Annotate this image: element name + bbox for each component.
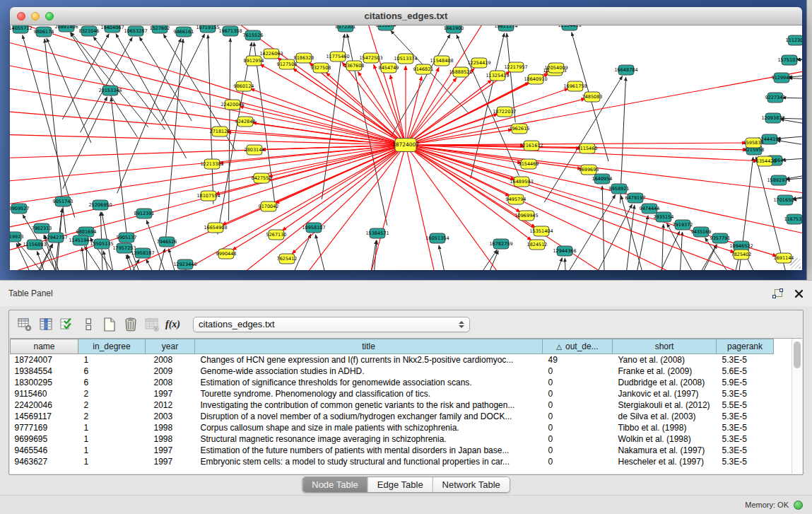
graph-node-teal[interactable]: 20153346 [98, 86, 122, 95]
cell-year[interactable]: 2009 [146, 366, 195, 377]
select-all-button[interactable] [57, 315, 76, 334]
cell-in_degree[interactable]: 2 [78, 388, 146, 399]
cell-title[interactable]: Embryonic stem cells: a model to study s… [195, 456, 543, 467]
graph-node-yellow[interactable]: 7825402 [731, 250, 752, 259]
table-row[interactable]: 2242004622012Investigating the contribut… [11, 399, 774, 411]
graph-node-teal[interactable]: 7946526 [157, 237, 177, 247]
cell-year[interactable]: 1998 [146, 422, 195, 433]
table-row[interactable]: 969969511998Structural magnetic resonanc… [11, 433, 774, 445]
resize-grip[interactable] [790, 258, 801, 269]
cell-short[interactable]: Nakamura et al. (1997) [613, 445, 717, 456]
graph-hub-node[interactable]: 18724007 [392, 139, 419, 152]
graph-node-teal[interactable]: 9357791 [710, 233, 731, 243]
cell-name[interactable]: 9465546 [11, 445, 78, 456]
graph-node-teal[interactable]: 16648784 [614, 65, 637, 75]
tab-node-table[interactable]: Node Table [302, 477, 367, 492]
table-row[interactable]: 977716911998Corpus callosum shape and si… [11, 422, 774, 433]
graph-node-teal[interactable]: 7902313 [32, 223, 52, 233]
table-settings-button[interactable] [15, 315, 34, 334]
cell-pagerank[interactable]: 5.3E-5 [717, 354, 774, 366]
column-header-short[interactable]: short [613, 339, 717, 354]
graph-node-yellow[interactable]: 10969945 [514, 211, 538, 221]
graph-node-teal[interactable]: 8572301 [336, 25, 356, 32]
graph-node-yellow[interactable]: 8454749 [379, 63, 399, 73]
network-canvas[interactable]: 1405571298061742089140683210461940406710… [10, 25, 802, 270]
column-header-out-degree[interactable]: △out_de... [543, 339, 613, 354]
cell-pagerank[interactable]: 5.3E-5 [717, 456, 774, 467]
graph-node-yellow[interactable]: 1595838 [743, 138, 764, 148]
cell-in_degree[interactable]: 2 [78, 411, 146, 422]
graph-node-yellow[interactable]: 2718126 [210, 127, 230, 136]
column-header-pagerank[interactable]: pagerank [717, 339, 774, 354]
graph-node-teal[interactable]: 1112304 [786, 35, 802, 45]
graph-node-teal[interactable]: 8321046 [79, 26, 100, 36]
function-builder-button[interactable]: f(x) [163, 315, 182, 334]
table-row[interactable]: 1830029562008Estimation of significance … [11, 377, 774, 388]
cell-in_degree[interactable]: 6 [78, 377, 146, 388]
cell-short[interactable]: Wolkin et al. (1998) [613, 433, 717, 445]
graph-node-teal[interactable]: 25206950 [88, 200, 112, 210]
graph-node-teal[interactable]: 6479197 [625, 193, 646, 203]
graph-node-yellow[interactable]: 15888520 [449, 67, 472, 77]
cell-name[interactable]: 22420046 [11, 399, 78, 411]
graph-node-yellow[interactable]: 12217957 [504, 62, 527, 72]
table-row[interactable]: 911546021997Tourette syndrome. Phenomeno… [11, 388, 774, 399]
cell-title[interactable]: Estimation of the future numbers of pati… [195, 445, 543, 456]
graph-node-teal[interactable]: 8912391 [134, 209, 155, 218]
graph-node-teal[interactable]: 1527602 [150, 25, 170, 33]
graph-node-teal[interactable]: 19611274 [494, 25, 517, 31]
cell-name[interactable]: 9777169 [11, 422, 78, 433]
cell-out_degree[interactable]: 0 [543, 399, 613, 411]
cell-pagerank[interactable]: 5.3E-5 [717, 422, 774, 433]
graph-node-yellow[interactable]: 9115460 [577, 144, 598, 153]
graph-node-yellow[interactable]: 8912954 [244, 56, 264, 66]
cell-pagerank[interactable]: 5.3E-5 [717, 445, 774, 456]
cell-name[interactable]: 18300295 [11, 377, 78, 388]
graph-node-teal[interactable]: 9129946 [772, 73, 792, 83]
cell-short[interactable]: Franke et al. (2009) [613, 366, 717, 377]
create-column-button[interactable] [100, 315, 119, 334]
graph-node-teal[interactable]: 9227343 [765, 93, 786, 103]
graph-node-yellow[interactable]: 2803144 [245, 145, 265, 155]
column-header-title[interactable]: title [195, 339, 543, 354]
graph-node-teal[interactable]: 7615526 [243, 30, 264, 40]
cell-name[interactable]: 9463627 [11, 456, 78, 467]
cell-year[interactable]: 2012 [146, 399, 195, 411]
graph-node-teal[interactable]: 16051354 [425, 233, 449, 243]
cell-short[interactable]: de Silva et al. (2003) [613, 411, 717, 422]
graph-node-yellow[interactable]: 9860124 [234, 81, 254, 91]
graph-node-yellow[interactable]: 12161612 [519, 141, 543, 151]
graph-node-teal[interactable]: 12923446 [173, 259, 196, 269]
cell-title[interactable]: Structural magnetic resonance image aver… [195, 433, 543, 445]
column-header-name[interactable]: name [11, 339, 78, 354]
graph-node-yellow[interactable]: 1962615 [510, 124, 530, 134]
cell-out_degree[interactable]: 0 [543, 366, 613, 377]
graph-node-teal[interactable]: 12093872 [761, 113, 784, 123]
graph-node-teal[interactable]: 8131074 [376, 25, 396, 30]
cell-year[interactable]: 2003 [146, 411, 195, 422]
graph-node-yellow[interactable]: 12213382 [200, 159, 223, 169]
show-columns-button[interactable] [36, 315, 55, 334]
table-row[interactable]: 946554611997Estimation of the future num… [11, 445, 774, 456]
graph-node-teal[interactable]: 10719155 [196, 25, 219, 33]
close-button[interactable] [17, 12, 25, 21]
graph-node-teal[interactable]: 12944366 [553, 246, 576, 256]
cell-pagerank[interactable]: 5.6E-5 [717, 366, 774, 377]
column-header-year[interactable]: year [146, 339, 195, 354]
cell-pagerank[interactable]: 5.3E-5 [717, 388, 774, 399]
graph-node-yellow[interactable]: 7485083 [582, 92, 603, 102]
graph-node-teal[interactable]: 15892971 [767, 175, 790, 185]
column-header-in-degree[interactable]: in_degree [78, 339, 146, 354]
cell-in_degree[interactable]: 1 [78, 433, 146, 445]
graph-node-yellow[interactable]: 16961758 [563, 81, 587, 91]
graph-node-yellow[interactable]: 8186328 [294, 53, 314, 63]
graph-node-teal[interactable]: 19404067 [100, 25, 124, 33]
graph-node-teal[interactable]: 16782759 [489, 239, 512, 249]
graph-node-teal[interactable]: 15751074 [777, 55, 801, 65]
table-source-dropdown[interactable]: citations_edges.txt [193, 317, 470, 332]
graph-node-teal[interactable]: 12554419 [558, 25, 581, 30]
cell-title[interactable]: Changes of HCN gene expression and I(f) … [195, 354, 543, 366]
cell-title[interactable]: Investigating the contribution of common… [195, 399, 543, 411]
graph-node-teal[interactable]: 1167533 [784, 214, 802, 224]
network-graph[interactable]: 1405571298061742089140683210461940406710… [10, 25, 802, 270]
